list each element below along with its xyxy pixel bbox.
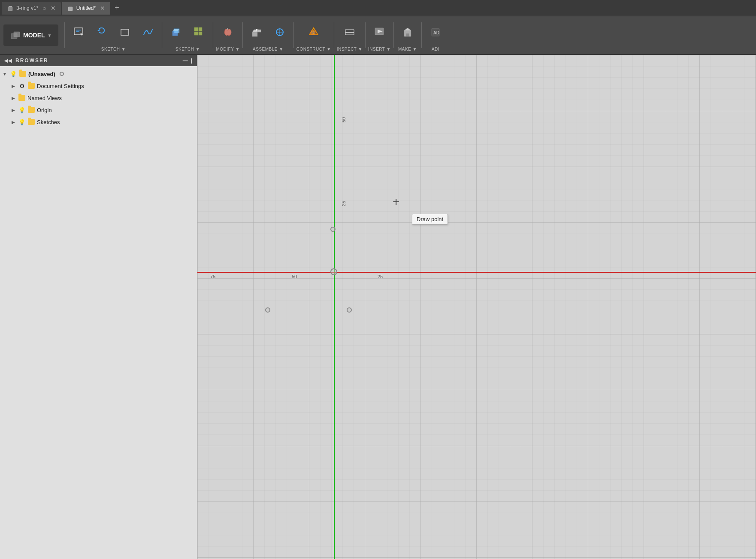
browser-collapse-icon[interactable]: ◀◀ bbox=[4, 58, 12, 64]
tab-3ring-x[interactable]: ✕ bbox=[51, 5, 56, 12]
construct-button-1[interactable] bbox=[302, 19, 325, 45]
tab-add-button[interactable]: + bbox=[111, 3, 123, 12]
svg-rect-40 bbox=[406, 33, 409, 36]
origin-circle-main bbox=[330, 268, 337, 275]
svg-marker-39 bbox=[404, 28, 411, 30]
inspect-group-label[interactable]: INSPECT ▼ bbox=[337, 47, 363, 52]
tree-item-root[interactable]: ▼ 💡 (Unsaved) bbox=[0, 68, 197, 80]
sketch-undo-icon bbox=[96, 26, 108, 38]
assemble-group-label[interactable]: ASSEMBLE ▼ bbox=[253, 47, 284, 52]
toolbar-separator-1 bbox=[162, 22, 162, 48]
sketch-group-label[interactable]: SKETCH ▼ bbox=[101, 47, 126, 52]
tree-arrow-origin[interactable]: ▶ bbox=[10, 107, 16, 113]
horizontal-axis-line bbox=[197, 272, 756, 273]
modify-group-icons bbox=[217, 19, 239, 45]
create-group-label[interactable]: SKETCH ▼ bbox=[175, 47, 200, 52]
svg-rect-16 bbox=[199, 27, 202, 31]
adi-icon: AD bbox=[429, 26, 442, 38]
point-right-lower bbox=[347, 307, 352, 313]
folder-icon-origin bbox=[27, 106, 35, 114]
tree-item-named-views[interactable]: ▶ Named Views bbox=[7, 92, 197, 104]
tree-label-sketches: Sketches bbox=[37, 119, 60, 125]
tab-untitled-x[interactable]: ✕ bbox=[100, 5, 105, 12]
browser-tree: ▼ 💡 (Unsaved) ▶ ⚙ Document Settings ▶ bbox=[0, 66, 197, 559]
browser-header-label: BROWSER bbox=[15, 58, 48, 64]
create-button-1[interactable] bbox=[165, 19, 187, 45]
tree-arrow-views[interactable]: ▶ bbox=[10, 95, 16, 101]
tree-label-root: (Unsaved) bbox=[28, 71, 55, 77]
inspect-group: INSPECT ▼ bbox=[337, 19, 363, 52]
sketch-rect-icon bbox=[119, 26, 131, 38]
create-grid-icon bbox=[193, 26, 205, 38]
browser-header-left: ◀◀ BROWSER bbox=[4, 58, 48, 64]
tree-dot-root bbox=[60, 72, 64, 76]
insert-button-1[interactable] bbox=[368, 19, 390, 45]
folder-icon-doc bbox=[27, 82, 35, 90]
main-area: ◀◀ BROWSER — | ▼ 💡 (Unsaved) ▶ bbox=[0, 55, 756, 559]
eye-icon-root[interactable]: 💡 bbox=[9, 70, 17, 78]
model-chevron: ▼ bbox=[48, 33, 52, 38]
ruler-v-label-25: 25 bbox=[341, 201, 346, 206]
eye-icon-sketches[interactable]: 💡 bbox=[18, 118, 26, 126]
tab-3ring-label: 3-ring v1* bbox=[16, 5, 38, 11]
tab-untitled[interactable]: Untitled* ✕ bbox=[62, 2, 110, 15]
sketch-button-4[interactable] bbox=[137, 19, 159, 45]
construct-group-label[interactable]: CONSTRUCT ▼ bbox=[296, 47, 331, 52]
modify-button-1[interactable] bbox=[217, 19, 239, 45]
sketch-group-icons bbox=[67, 19, 159, 45]
inspect-icon bbox=[344, 26, 356, 38]
svg-marker-29 bbox=[311, 30, 315, 35]
ruler-h-label-25: 25 bbox=[378, 274, 383, 279]
tree-arrow-doc[interactable]: ▶ bbox=[10, 83, 16, 89]
make-button-1[interactable] bbox=[396, 19, 419, 45]
assemble-button-2[interactable] bbox=[269, 19, 291, 45]
tree-item-sketches[interactable]: ▶ 💡 Sketches bbox=[7, 116, 197, 128]
construct-icon bbox=[308, 26, 320, 38]
ruler-h-label-50: 50 bbox=[292, 274, 297, 279]
browser-header-right: — | bbox=[183, 58, 193, 64]
inspect-button-1[interactable] bbox=[339, 19, 361, 45]
browser-panel: ◀◀ BROWSER — | ▼ 💡 (Unsaved) ▶ bbox=[0, 55, 197, 559]
tree-arrow-root[interactable]: ▼ bbox=[2, 71, 8, 77]
inspect-group-icons bbox=[339, 19, 361, 45]
canvas-area[interactable]: 50 25 75 50 25 + Draw point bbox=[197, 55, 756, 559]
tree-label-views: Named Views bbox=[27, 95, 62, 101]
modify-icon bbox=[222, 26, 234, 38]
assemble-button-1[interactable] bbox=[245, 19, 268, 45]
svg-rect-20 bbox=[252, 32, 257, 36]
tooltip-text: Draw point bbox=[417, 216, 443, 222]
toolbar-separator-8 bbox=[421, 22, 422, 48]
modify-group-label[interactable]: MODIFY ▼ bbox=[216, 47, 239, 52]
sketch-pencil-icon bbox=[73, 26, 85, 38]
sketch-button-2[interactable] bbox=[91, 19, 113, 45]
create-button-2[interactable] bbox=[188, 19, 210, 45]
vertical-axis-line bbox=[334, 55, 335, 559]
cube-icon bbox=[7, 5, 14, 12]
eye-icon-origin[interactable]: 💡 bbox=[18, 106, 26, 114]
tab-3ring-close[interactable]: ○ bbox=[42, 5, 46, 12]
svg-text:AD: AD bbox=[433, 30, 439, 35]
adi-group-label[interactable]: ADI bbox=[432, 47, 439, 52]
sketch-button-1[interactable] bbox=[67, 19, 90, 45]
gear-icon-doc: ⚙ bbox=[18, 82, 26, 90]
tree-item-doc-settings[interactable]: ▶ ⚙ Document Settings bbox=[7, 80, 197, 92]
insert-group-label[interactable]: INSERT ▼ bbox=[368, 47, 391, 52]
tree-label-origin: Origin bbox=[37, 107, 52, 113]
browser-pin-icon[interactable]: — bbox=[183, 58, 188, 64]
tab-3ring[interactable]: 3-ring v1* ○ ✕ bbox=[2, 2, 61, 15]
svg-rect-18 bbox=[199, 32, 202, 35]
tree-item-origin[interactable]: ▶ 💡 Origin bbox=[7, 104, 197, 116]
make-group-label[interactable]: MAKE ▼ bbox=[398, 47, 417, 52]
modify-group: MODIFY ▼ bbox=[216, 19, 239, 52]
assemble-icon-1 bbox=[251, 26, 263, 38]
tree-arrow-sketches[interactable]: ▶ bbox=[10, 119, 16, 125]
tab-untitled-label: Untitled* bbox=[76, 5, 96, 11]
sketch-button-3[interactable] bbox=[114, 19, 136, 45]
svg-rect-11 bbox=[121, 29, 129, 35]
grid-svg bbox=[197, 55, 756, 559]
model-button[interactable]: MODEL ▼ bbox=[3, 24, 58, 46]
adi-group: AD ADI bbox=[424, 19, 447, 52]
adi-button-1[interactable]: AD bbox=[424, 19, 447, 45]
point-left-lower bbox=[265, 307, 270, 313]
svg-rect-15 bbox=[194, 27, 198, 31]
